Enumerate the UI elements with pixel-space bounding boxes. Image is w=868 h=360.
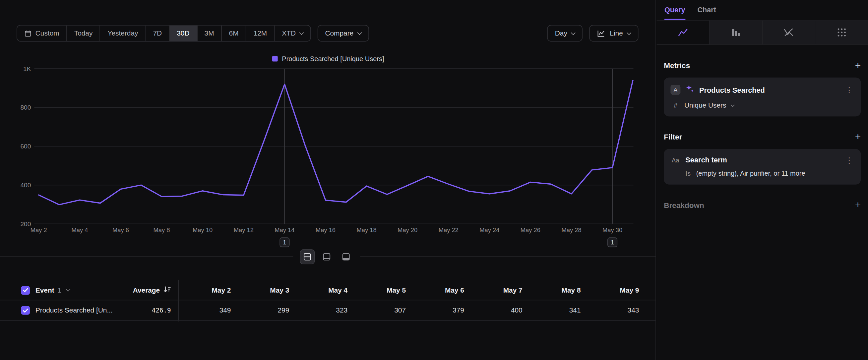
main-area: 2004006008001KMay 2May 4May 6May 8May 10… [0, 0, 656, 360]
layout-toggle-group [293, 249, 360, 265]
range-30d-button[interactable]: 30D [170, 26, 197, 41]
y-axis-label: 600 [20, 143, 31, 150]
chevron-down-icon [357, 30, 362, 35]
row-checkbox[interactable] [21, 306, 30, 315]
row-event-name: Products Searched [Un... [35, 307, 113, 314]
x-axis-label: May 22 [439, 226, 459, 233]
cell-value: 343 [586, 307, 645, 314]
view-tab-retention-chart[interactable] [763, 21, 816, 45]
filter-value: (empty string), Air purifier, or 11 more [696, 170, 805, 177]
series-letter-badge: A [671, 85, 680, 95]
query-sections: Metrics + A Products Searched ⋮ # Unique… [657, 60, 868, 210]
x-axis-label: May 2 [31, 226, 47, 233]
x-axis-label: May 6 [113, 226, 129, 233]
column-header[interactable]: May 6 [411, 286, 470, 294]
table-view-icon [342, 253, 350, 261]
granularity-button[interactable]: Day [547, 25, 583, 41]
aggregation-label: Unique Users [684, 101, 726, 109]
event-count: 1 [58, 286, 62, 294]
metric-card[interactable]: A Products Searched ⋮ # Unique Users [664, 78, 861, 116]
event-column-label: Event [35, 286, 54, 294]
annotation-badge[interactable]: 1 [280, 238, 289, 247]
view-type-tabs [657, 21, 868, 45]
sparkle-icon [685, 84, 694, 93]
table-header: Event 1 Average May 2May 3May 4May 5May … [0, 280, 656, 300]
average-label: Average [133, 286, 160, 294]
range-xtd-button[interactable]: XTD [275, 26, 310, 41]
calendar-icon [24, 30, 31, 37]
table-header-left: Event 1 Average [0, 280, 178, 300]
metric-menu-button[interactable]: ⋮ [844, 86, 854, 94]
split-view-button[interactable] [300, 249, 315, 265]
range-yesterday-button[interactable]: Yesterday [100, 26, 146, 41]
table-view-button[interactable] [339, 249, 353, 265]
metric-name: Products Searched [699, 86, 765, 94]
line-chart-icon [678, 27, 688, 38]
column-header[interactable]: May 8 [528, 286, 586, 294]
cell-value: 323 [295, 307, 353, 314]
add-metric-button[interactable]: + [855, 60, 861, 71]
add-breakdown-button[interactable]: + [855, 200, 861, 210]
compare-label: Compare [325, 29, 353, 37]
add-filter-button[interactable]: + [855, 132, 861, 142]
range-today-button[interactable]: Today [67, 26, 100, 41]
filter-operator: Is [685, 170, 691, 177]
filter-property-name: Search term [685, 156, 727, 164]
cell-value: 341 [528, 307, 586, 314]
cell-value: 349 [178, 307, 237, 314]
view-tab-line-chart[interactable] [657, 21, 710, 45]
chart-view-icon [322, 253, 331, 261]
granularity-label: Day [555, 29, 567, 37]
filter-condition[interactable]: Is (empty string), Air purifier, or 11 m… [671, 170, 854, 177]
tab-query[interactable]: Query [664, 0, 685, 20]
date-column-headers: May 2May 3May 4May 5May 6May 7May 8May 9 [178, 286, 645, 294]
filter-menu-button[interactable]: ⋮ [844, 156, 854, 164]
aggregation-selector[interactable]: # Unique Users [671, 101, 854, 109]
cell-value: 307 [353, 307, 411, 314]
range-12m-button[interactable]: 12M [246, 26, 275, 41]
legend-swatch [272, 56, 278, 62]
column-header[interactable]: May 5 [353, 286, 411, 294]
chart-type-button[interactable]: Line [589, 25, 639, 41]
filter-title: Filter [664, 133, 682, 141]
chevron-down-icon [731, 103, 735, 107]
chart-type-label: Line [610, 29, 623, 37]
x-axis-label: May 16 [316, 226, 336, 233]
x-axis-label: May 10 [193, 226, 213, 233]
x-axis-label: May 28 [561, 226, 581, 233]
table-row-left: Products Searched [Un... 426.9 [0, 300, 178, 320]
compare-button[interactable]: Compare [317, 25, 369, 41]
column-header[interactable]: May 7 [470, 286, 528, 294]
chart-view-button[interactable] [319, 249, 334, 265]
column-header[interactable]: May 9 [586, 286, 645, 294]
x-axis-label: May 30 [602, 226, 622, 233]
svg-text:1: 1 [283, 239, 286, 246]
column-header[interactable]: May 4 [295, 286, 353, 294]
table-row[interactable]: Products Searched [Un... 426.9 349299323… [0, 300, 656, 321]
column-header[interactable]: May 3 [237, 286, 295, 294]
tab-chart[interactable]: Chart [697, 0, 716, 20]
chevron-down-icon[interactable] [66, 287, 70, 292]
filter-card[interactable]: Aa Search term ⋮ Is (empty string), Air … [664, 149, 861, 185]
x-axis-label: May 4 [71, 226, 88, 233]
y-axis-label: 200 [20, 221, 31, 227]
x-axis-label: May 26 [521, 226, 540, 233]
view-tab-bar-chart[interactable] [710, 21, 763, 45]
range-3m-button[interactable]: 3M [197, 26, 222, 41]
range-custom-button[interactable]: Custom [17, 26, 67, 41]
split-view-icon [303, 253, 311, 261]
column-header[interactable]: May 2 [178, 286, 237, 294]
breakdown-title: Breakdown [664, 201, 704, 209]
check-icon [23, 308, 28, 313]
annotation-badge[interactable]: 1 [608, 238, 617, 247]
range-7d-button[interactable]: 7D [146, 26, 170, 41]
row-average-value: 426.9 [152, 307, 178, 314]
select-all-checkbox[interactable] [21, 286, 30, 295]
check-icon [23, 287, 28, 293]
view-tab-flows[interactable] [816, 21, 868, 45]
average-column-header[interactable]: Average [133, 286, 178, 295]
range-6m-button[interactable]: 6M [222, 26, 246, 41]
panel-tabs: QueryChart [657, 0, 868, 21]
x-axis-label: May 8 [154, 226, 170, 233]
x-axis-label: May 14 [275, 226, 294, 233]
